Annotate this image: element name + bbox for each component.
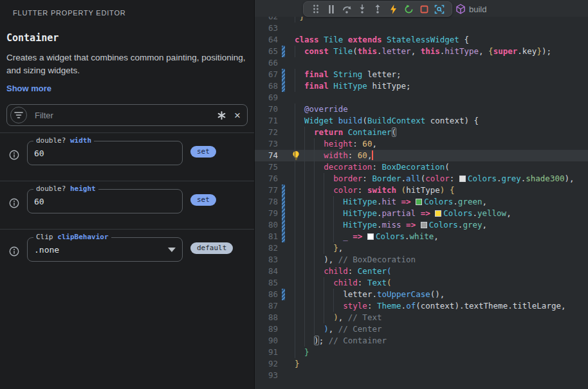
- line-number[interactable]: 89: [255, 323, 278, 335]
- line-number[interactable]: 72: [255, 127, 278, 138]
- code-line[interactable]: 81_ => Colors.white,: [255, 231, 588, 242]
- drag-handle-icon[interactable]: [308, 2, 324, 16]
- code-line[interactable]: 67final String letter;: [255, 69, 588, 80]
- line-number[interactable]: 85: [255, 277, 278, 289]
- code-line[interactable]: 66: [255, 57, 588, 69]
- line-number[interactable]: 90: [255, 335, 278, 347]
- default-clipbehavior-button[interactable]: default: [190, 242, 233, 254]
- line-number[interactable]: 84: [255, 266, 278, 277]
- code-line[interactable]: 76border: Border.all(color: Colors.grey.…: [255, 173, 588, 185]
- line-number[interactable]: 74: [255, 150, 278, 161]
- line-number[interactable]: 81: [255, 231, 278, 242]
- color-swatch[interactable]: [416, 199, 422, 205]
- code-line[interactable]: 82},: [255, 242, 588, 254]
- vcs-change-marker[interactable]: [282, 69, 285, 80]
- color-swatch[interactable]: [459, 176, 466, 182]
- line-number[interactable]: 69: [255, 92, 278, 104]
- hot-reload-icon[interactable]: [385, 2, 401, 16]
- code-line[interactable]: 92}: [255, 358, 588, 370]
- line-number[interactable]: 71: [255, 115, 278, 127]
- code-line[interactable]: 90); // Container: [255, 335, 588, 347]
- info-icon[interactable]: [9, 198, 19, 211]
- step-into-icon[interactable]: [354, 2, 370, 16]
- code-line[interactable]: 91}: [255, 347, 588, 358]
- line-number[interactable]: 79: [255, 208, 278, 219]
- vcs-change-marker[interactable]: [282, 289, 285, 300]
- line-number[interactable]: 80: [255, 219, 278, 231]
- stop-icon[interactable]: [416, 2, 432, 16]
- info-icon[interactable]: [9, 150, 19, 163]
- code-line[interactable]: 88), // Text: [255, 312, 588, 323]
- line-number[interactable]: 91: [255, 347, 278, 358]
- line-number[interactable]: 75: [255, 161, 278, 173]
- code-line[interactable]: 73height: 60,: [255, 138, 588, 150]
- info-icon[interactable]: [9, 246, 19, 259]
- code-line[interactable]: 85child: Text(: [255, 277, 588, 289]
- line-number[interactable]: 87: [255, 300, 278, 312]
- vcs-change-marker[interactable]: [282, 231, 285, 242]
- code-line[interactable]: 70@override: [255, 104, 588, 115]
- set-height-button[interactable]: set: [190, 194, 216, 206]
- code-line[interactable]: 79HitType.partial => Colors.yellow,: [255, 208, 588, 219]
- line-number[interactable]: 78: [255, 196, 278, 208]
- code-line[interactable]: 93: [255, 370, 588, 381]
- code-editor[interactable]: wordle>li build: [255, 0, 588, 389]
- code-line[interactable]: 64class Tile extends StatelessWidget {: [255, 34, 588, 46]
- code-line[interactable]: 65const Tile(this.letter, this.hitType, …: [255, 46, 588, 57]
- code-line[interactable]: 83), // BoxDecoration: [255, 254, 588, 266]
- vcs-change-marker[interactable]: [282, 185, 285, 196]
- line-number[interactable]: 68: [255, 80, 278, 92]
- height-field[interactable]: double? height: [27, 189, 183, 213]
- vcs-change-marker[interactable]: [282, 80, 285, 92]
- line-number[interactable]: 77: [255, 185, 278, 196]
- line-number[interactable]: 65: [255, 46, 278, 57]
- width-input[interactable]: [34, 149, 176, 158]
- color-swatch[interactable]: [421, 222, 427, 228]
- vcs-change-marker[interactable]: [282, 208, 285, 219]
- line-number[interactable]: 63: [255, 23, 278, 34]
- line-number[interactable]: 64: [255, 34, 278, 46]
- code-line[interactable]: 69: [255, 92, 588, 104]
- line-number[interactable]: 67: [255, 69, 278, 80]
- code-line[interactable]: 78HitType.hit => Colors.green,: [255, 196, 588, 208]
- line-number[interactable]: 93: [255, 370, 278, 381]
- code-line[interactable]: 63: [255, 23, 588, 34]
- code-line[interactable]: 68final HitType hitType;: [255, 80, 588, 92]
- code-line[interactable]: 86letter.toUpperCase(),: [255, 289, 588, 300]
- filter-input[interactable]: [35, 111, 209, 120]
- hot-restart-icon[interactable]: [401, 2, 416, 16]
- vcs-change-marker[interactable]: [282, 46, 285, 57]
- vcs-change-marker[interactable]: [282, 219, 285, 231]
- build-button[interactable]: build: [455, 1, 486, 17]
- width-field[interactable]: double? width: [27, 141, 183, 165]
- code-line[interactable]: 87style: Theme.of(context).textTheme.tit…: [255, 300, 588, 312]
- line-number[interactable]: 82: [255, 242, 278, 254]
- line-number[interactable]: 66: [255, 57, 278, 69]
- code-line[interactable]: 89), // Center: [255, 323, 588, 335]
- widget-inspector-icon[interactable]: [432, 2, 447, 16]
- step-over-icon[interactable]: [339, 2, 354, 16]
- height-input[interactable]: [34, 197, 176, 206]
- code-line[interactable]: 77color: switch (hitType) {: [255, 185, 588, 196]
- color-swatch[interactable]: [367, 233, 374, 240]
- match-regex-icon[interactable]: [217, 111, 226, 120]
- line-number[interactable]: 88: [255, 312, 278, 323]
- line-number[interactable]: 86: [255, 289, 278, 300]
- pause-icon[interactable]: [324, 2, 339, 16]
- show-more-link[interactable]: Show more: [6, 84, 51, 93]
- line-number[interactable]: 83: [255, 254, 278, 266]
- code-line[interactable]: 84child: Center(: [255, 266, 588, 277]
- line-number[interactable]: 73: [255, 138, 278, 150]
- clear-filter-icon[interactable]: ×: [234, 110, 241, 121]
- line-number[interactable]: 92: [255, 358, 278, 370]
- code-line[interactable]: 74width: 60,: [255, 150, 588, 161]
- vcs-change-marker[interactable]: [282, 196, 285, 208]
- line-number[interactable]: 70: [255, 104, 278, 115]
- set-width-button[interactable]: set: [190, 146, 216, 158]
- code-line[interactable]: 71Widget build(BuildContext context) {: [255, 115, 588, 127]
- code-lines[interactable]: 62}6364class Tile extends StatelessWidge…: [255, 11, 588, 381]
- code-line[interactable]: 72return Container(: [255, 127, 588, 138]
- step-out-icon[interactable]: [370, 2, 385, 16]
- color-swatch[interactable]: [435, 210, 441, 217]
- line-number[interactable]: 76: [255, 173, 278, 185]
